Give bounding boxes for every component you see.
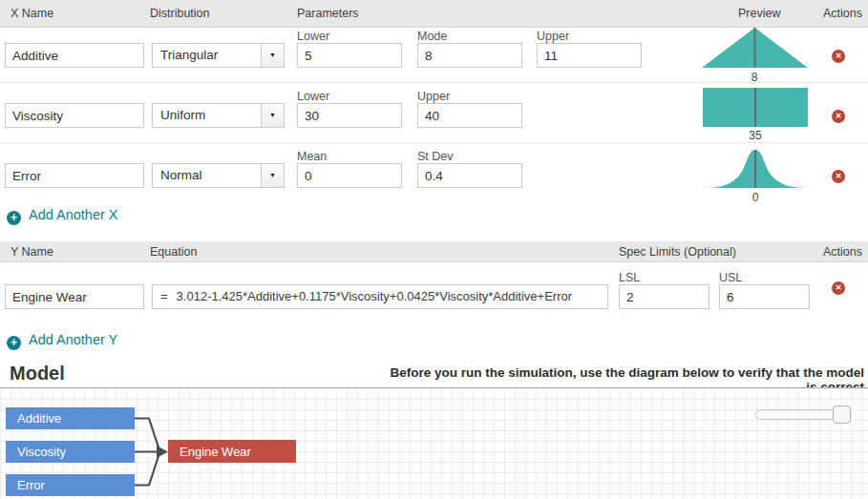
delete-x-row-button[interactable]: ✕ bbox=[832, 110, 845, 123]
chevron-down-icon: ▼ bbox=[269, 44, 276, 67]
param-input-upper[interactable] bbox=[417, 103, 522, 128]
zoom-slider-thumb[interactable] bbox=[833, 405, 851, 424]
x-table-header: X Name Distribution Parameters Preview A… bbox=[0, 0, 868, 28]
equation-input[interactable]: =3.012-1.425*Additive+0.1175*Viscosity+0… bbox=[152, 284, 608, 309]
usl-label: USL bbox=[719, 271, 742, 284]
delete-y-row-button[interactable]: ✕ bbox=[832, 281, 845, 295]
distribution-selected-value: Triangular bbox=[160, 44, 218, 67]
equals-sign: = bbox=[160, 289, 168, 303]
param-label: Lower bbox=[297, 90, 329, 103]
preview-triangular-distribution bbox=[702, 28, 808, 69]
preview-value-label: 0 bbox=[703, 191, 808, 204]
delete-x-row-button[interactable]: ✕ bbox=[832, 50, 845, 63]
param-input-mode[interactable] bbox=[417, 43, 522, 68]
param-input-lower[interactable] bbox=[297, 43, 402, 68]
delete-x-row-button[interactable]: ✕ bbox=[832, 170, 845, 183]
model-diagram-canvas[interactable]: Additive Viscosity Error Engine Wear bbox=[0, 387, 868, 499]
equation-header: Equation bbox=[150, 245, 197, 259]
param-label: Lower bbox=[297, 30, 329, 43]
param-input-upper[interactable] bbox=[537, 43, 642, 68]
distribution-select[interactable]: Normal ▼ bbox=[152, 163, 285, 188]
actions-header: Actions bbox=[823, 245, 862, 259]
preview-header: Preview bbox=[738, 7, 780, 20]
preview-normal-distribution bbox=[703, 148, 808, 189]
row-divider bbox=[0, 142, 868, 143]
diagram-node-additive[interactable]: Additive bbox=[6, 407, 135, 429]
dropdown-button[interactable]: ▼ bbox=[261, 104, 284, 127]
simulation-setup-page: X Name Distribution Parameters Preview A… bbox=[0, 0, 868, 499]
distribution-select[interactable]: Triangular ▼ bbox=[152, 43, 285, 68]
y-name-header: Y Name bbox=[11, 245, 53, 259]
diagram-node-engine-wear[interactable]: Engine Wear bbox=[168, 440, 296, 463]
diagram-node-error[interactable]: Error bbox=[6, 474, 135, 496]
distribution-selected-value: Normal bbox=[160, 164, 202, 187]
x-name-input[interactable] bbox=[5, 163, 144, 188]
distribution-header: Distribution bbox=[150, 7, 210, 20]
arrowhead-icon bbox=[157, 446, 168, 458]
x-name-input[interactable] bbox=[5, 103, 144, 128]
parameters-header: Parameters bbox=[297, 7, 359, 20]
plus-icon: + bbox=[7, 211, 21, 225]
dropdown-button[interactable]: ▼ bbox=[261, 44, 284, 67]
add-another-x-label: Add Another X bbox=[29, 207, 118, 222]
row-divider bbox=[0, 82, 868, 83]
add-another-y-link[interactable]: +Add Another Y bbox=[7, 331, 117, 350]
param-label: Mean bbox=[297, 150, 327, 163]
chevron-down-icon: ▼ bbox=[269, 104, 276, 127]
chevron-down-icon: ▼ bbox=[269, 164, 276, 187]
param-label: Upper bbox=[537, 30, 569, 43]
y-name-input[interactable] bbox=[5, 284, 144, 309]
add-another-y-label: Add Another Y bbox=[29, 332, 117, 347]
preview-value-label: 35 bbox=[703, 129, 808, 142]
add-another-x-link[interactable]: +Add Another X bbox=[7, 206, 118, 225]
dropdown-button[interactable]: ▼ bbox=[261, 164, 284, 187]
param-input-stdev[interactable] bbox=[417, 163, 522, 188]
x-name-input[interactable] bbox=[5, 43, 144, 68]
equation-text: 3.012-1.425*Additive+0.1175*Viscosity+0.… bbox=[177, 289, 572, 303]
lsl-label: LSL bbox=[619, 271, 640, 284]
param-input-lower[interactable] bbox=[297, 103, 402, 128]
param-label: St Dev bbox=[417, 150, 454, 163]
param-label: Mode bbox=[417, 30, 447, 43]
preview-uniform-distribution bbox=[703, 88, 808, 127]
usl-input[interactable] bbox=[719, 284, 810, 309]
model-section-title: Model bbox=[10, 363, 65, 385]
spec-limits-header: Spec Limits (Optional) bbox=[619, 245, 736, 259]
plus-icon: + bbox=[7, 336, 21, 350]
actions-header: Actions bbox=[823, 7, 862, 20]
param-input-mean[interactable] bbox=[297, 163, 402, 188]
diagram-node-viscosity[interactable]: Viscosity bbox=[6, 441, 135, 463]
distribution-selected-value: Uniform bbox=[160, 104, 205, 127]
x-name-header: X Name bbox=[11, 7, 53, 20]
y-table-header: Y Name Equation Spec Limits (Optional) A… bbox=[0, 241, 868, 262]
lsl-input[interactable] bbox=[619, 284, 709, 309]
distribution-select[interactable]: Uniform ▼ bbox=[152, 103, 285, 128]
param-label: Upper bbox=[417, 90, 450, 103]
